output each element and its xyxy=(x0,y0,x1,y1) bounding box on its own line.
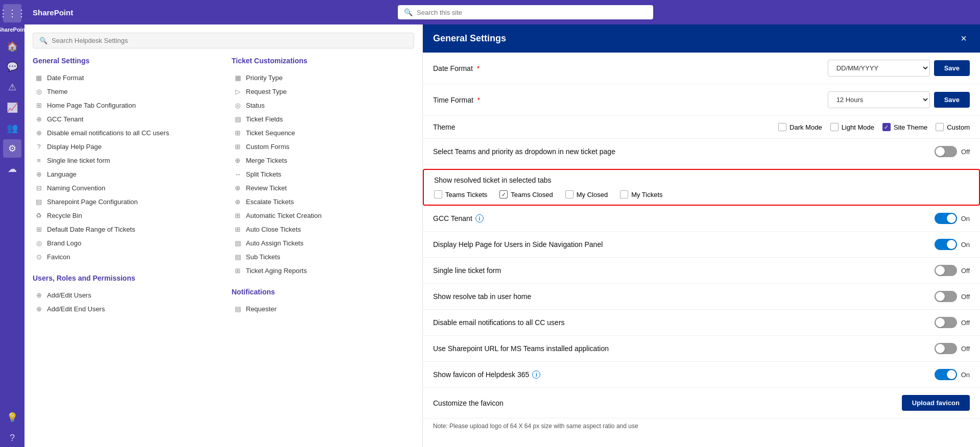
resolved-my-closed[interactable]: My Closed xyxy=(565,190,608,198)
sidebar-item-merge-tickets[interactable]: ⊕ Merge Tickets xyxy=(232,154,415,167)
sidebar-item-gcc-tenant[interactable]: ⊕ GCC Tenant xyxy=(33,112,216,126)
sidebar-item-custom-forms[interactable]: ⊞ Custom Forms xyxy=(232,140,415,154)
sidebar-item-ticket-fields[interactable]: ▤ Ticket Fields xyxy=(232,112,415,126)
time-format-select[interactable]: 12 Hours 24 Hours xyxy=(828,91,930,108)
nav-home-icon[interactable]: 🏠 xyxy=(3,37,21,56)
nav-alert-icon[interactable]: ⚠ xyxy=(3,78,21,96)
sidebar-item-ticket-aging[interactable]: ⊞ Ticket Aging Reports xyxy=(232,264,415,278)
single-line-toggle[interactable] xyxy=(935,265,957,276)
sidebar-search-bar[interactable]: 🔍 xyxy=(33,33,414,48)
sidebar-item-label: Auto Close Tickets xyxy=(246,226,301,233)
custom-checkbox[interactable] xyxy=(936,123,944,131)
sidebar-item-single-line[interactable]: ≡ Single line ticket form xyxy=(33,154,216,167)
sidebar-item-escalate-tickets[interactable]: ⊕ Escalate Tickets xyxy=(232,195,415,209)
sidebar-item-sharepoint-page[interactable]: ▤ Sharepoint Page Configuration xyxy=(33,195,216,209)
nav-people-icon[interactable]: 👥 xyxy=(3,119,21,137)
sidebar-item-priority-type[interactable]: ▦ Priority Type xyxy=(232,71,415,85)
auto-assign-icon: ▤ xyxy=(234,239,242,247)
date-format-select[interactable]: DD/MM/YYYY MM/DD/YYYY YYYY/MM/DD xyxy=(828,60,930,77)
sidebar-item-default-date[interactable]: ⊞ Default Date Range of Tickets xyxy=(33,222,216,236)
select-teams-thumb xyxy=(936,147,945,156)
sidebar-item-request-type[interactable]: ▷ Request Type xyxy=(232,85,415,98)
upload-favicon-button[interactable]: Upload favicon xyxy=(902,395,970,411)
disable-email-cc-toggle[interactable] xyxy=(935,317,957,328)
sidebar-item-sub-tickets[interactable]: ▤ Sub Tickets xyxy=(232,250,415,264)
sidebar-item-theme[interactable]: ◎ Theme xyxy=(33,85,216,98)
teams-tickets-checkbox[interactable] xyxy=(434,190,442,198)
gcc-tenant-track[interactable] xyxy=(935,213,957,224)
use-sharepoint-url-toggle[interactable] xyxy=(935,343,957,354)
gcc-tenant-control: On xyxy=(623,213,970,224)
sidebar-search-input[interactable] xyxy=(52,37,408,44)
show-resolve-tab-toggle[interactable] xyxy=(935,291,957,302)
nav-chat-icon[interactable]: 💬 xyxy=(3,58,21,76)
settings-close-button[interactable]: × xyxy=(958,32,970,45)
sidebar-item-brand-logo[interactable]: ◎ Brand Logo xyxy=(33,236,216,250)
use-sharepoint-url-track[interactable] xyxy=(935,343,957,354)
ticket-customizations-title: Ticket Customizations xyxy=(232,57,415,65)
my-closed-checkbox[interactable] xyxy=(565,190,573,198)
display-help-track[interactable] xyxy=(935,239,957,250)
single-line-track[interactable] xyxy=(935,265,957,276)
sidebar-item-disable-email[interactable]: ⊕ Disable email notifications to all CC … xyxy=(33,126,216,140)
gcc-info-icon[interactable]: i xyxy=(475,214,484,222)
sidebar-item-split-tickets[interactable]: ↔ Split Tickets xyxy=(232,167,415,181)
select-teams-track[interactable] xyxy=(935,146,957,157)
my-tickets-checkbox[interactable] xyxy=(620,190,628,198)
nav-waffle-icon[interactable]: ⋮⋮⋮ xyxy=(3,4,21,22)
display-help-toggle[interactable] xyxy=(935,239,957,250)
nav-bulb-icon[interactable]: 💡 xyxy=(3,408,21,427)
nav-help-icon[interactable]: ? xyxy=(3,429,21,447)
theme-label: Theme xyxy=(433,123,617,131)
sidebar-item-auto-close[interactable]: ⊞ Auto Close Tickets xyxy=(232,222,415,236)
show-resolve-tab-label: Show resolve tab in user home xyxy=(433,292,617,301)
sidebar-item-naming-convention[interactable]: ⊟ Naming Convention xyxy=(33,181,216,195)
sidebar-item-favicon[interactable]: ⊙ Favicon xyxy=(33,250,216,264)
date-format-save-button[interactable]: Save xyxy=(934,60,970,76)
time-format-save-button[interactable]: Save xyxy=(934,92,970,108)
teams-closed-checkbox[interactable] xyxy=(499,190,508,198)
my-closed-label: My Closed xyxy=(577,191,608,198)
theme-custom[interactable]: Custom xyxy=(936,123,970,131)
show-favicon-toggle[interactable] xyxy=(935,369,957,380)
resolved-my-tickets[interactable]: My Tickets xyxy=(620,190,662,198)
top-search-bar[interactable]: 🔍 xyxy=(398,5,653,19)
resolved-teams-closed[interactable]: Teams Closed xyxy=(499,190,553,198)
sidebar-item-home-page-tab[interactable]: ⊞ Home Page Tab Configuration xyxy=(33,98,216,112)
sidebar-item-language[interactable]: ⊕ Language xyxy=(33,167,216,181)
show-resolve-tab-track[interactable] xyxy=(935,291,957,302)
display-help-control: On xyxy=(623,239,970,250)
top-search-input[interactable] xyxy=(417,9,647,16)
sidebar-item-requester[interactable]: ▤ Requester xyxy=(232,302,415,316)
site-theme-checkbox[interactable] xyxy=(882,123,891,131)
theme-site-theme[interactable]: Site Theme xyxy=(882,123,927,131)
dark-mode-label: Dark Mode xyxy=(790,123,822,131)
sidebar-item-review-ticket[interactable]: ⊕ Review Ticket xyxy=(232,181,415,195)
sidebar-item-status[interactable]: ◎ Status xyxy=(232,98,415,112)
sidebar-item-add-end-users[interactable]: ⊕ Add/Edit End Users xyxy=(33,302,216,316)
favicon-info-icon[interactable]: i xyxy=(532,370,540,379)
nav-settings-icon[interactable]: ⚙ xyxy=(3,139,21,158)
select-teams-toggle[interactable] xyxy=(935,146,957,157)
dark-mode-checkbox[interactable] xyxy=(778,123,786,131)
theme-light-mode[interactable]: Light Mode xyxy=(830,123,874,131)
sidebar-item-label: Requester xyxy=(246,305,277,313)
gcc-tenant-toggle[interactable] xyxy=(935,213,957,224)
show-favicon-track[interactable] xyxy=(935,369,957,380)
theme-dark-mode[interactable]: Dark Mode xyxy=(778,123,822,131)
sidebar-item-auto-ticket-creation[interactable]: ⊞ Automatic Ticket Creation xyxy=(232,209,415,222)
sidebar-item-display-help[interactable]: ? Display Help Page xyxy=(33,140,216,154)
sidebar-item-ticket-sequence[interactable]: ⊞ Ticket Sequence xyxy=(232,126,415,140)
sidebar-item-add-users[interactable]: ⊕ Add/Edit Users xyxy=(33,288,216,302)
sidebar-item-label: Merge Tickets xyxy=(246,157,288,164)
sidebar-item-date-format[interactable]: ▦ Date Format xyxy=(33,71,216,85)
disable-email-cc-track[interactable] xyxy=(935,317,957,328)
sidebar-item-recycle-bin[interactable]: ♻ Recycle Bin xyxy=(33,209,216,222)
resolved-teams-tickets[interactable]: Teams Tickets xyxy=(434,190,487,198)
nav-cloud-icon[interactable]: ☁ xyxy=(3,160,21,178)
light-mode-checkbox[interactable] xyxy=(830,123,839,131)
date-icon: ⊞ xyxy=(35,226,43,233)
nav-chart-icon[interactable]: 📈 xyxy=(3,98,21,117)
sidebar-item-auto-assign[interactable]: ▤ Auto Assign Tickets xyxy=(232,236,415,250)
show-resolve-tab-row: Show resolve tab in user home Off xyxy=(423,284,980,310)
